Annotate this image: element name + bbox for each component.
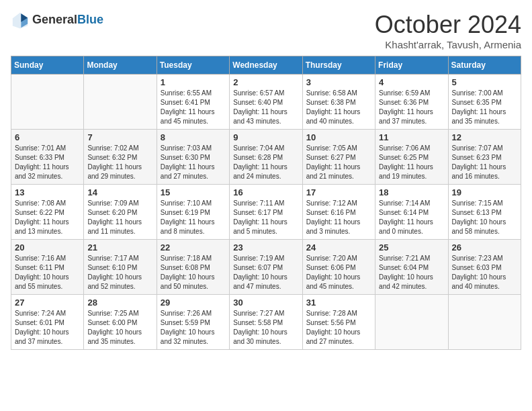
calendar-cell: 21Sunrise: 7:17 AMSunset: 6:10 PMDayligh… [84,240,157,295]
day-info: Sunrise: 7:12 AMSunset: 6:16 PMDaylight:… [306,199,371,236]
day-number: 15 [161,187,226,197]
day-info: Sunrise: 7:19 AMSunset: 6:07 PMDaylight:… [233,254,298,291]
calendar-cell: 12Sunrise: 7:07 AMSunset: 6:23 PMDayligh… [448,130,521,185]
calendar-week-2: 6Sunrise: 7:01 AMSunset: 6:33 PMDaylight… [11,130,521,185]
calendar-cell: 31Sunrise: 7:28 AMSunset: 5:56 PMDayligh… [302,295,375,350]
calendar-table: Sunday Monday Tuesday Wednesday Thursday… [11,56,521,350]
col-monday: Monday [84,56,157,75]
day-info: Sunrise: 7:16 AMSunset: 6:11 PMDaylight:… [15,254,80,291]
day-number: 18 [379,187,444,197]
calendar-cell: 24Sunrise: 7:20 AMSunset: 6:06 PMDayligh… [302,240,375,295]
day-info: Sunrise: 7:25 AMSunset: 6:00 PMDaylight:… [87,309,152,347]
calendar-cell: 19Sunrise: 7:15 AMSunset: 6:13 PMDayligh… [448,185,521,240]
day-info: Sunrise: 7:24 AMSunset: 6:01 PMDaylight:… [15,309,80,347]
calendar-cell: 27Sunrise: 7:24 AMSunset: 6:01 PMDayligh… [11,295,84,350]
day-info: Sunrise: 7:02 AMSunset: 6:32 PMDaylight:… [87,144,152,181]
day-info: Sunrise: 6:55 AMSunset: 6:41 PMDaylight:… [161,89,226,126]
calendar-week-5: 27Sunrise: 7:24 AMSunset: 6:01 PMDayligh… [11,295,521,350]
calendar-week-3: 13Sunrise: 7:08 AMSunset: 6:22 PMDayligh… [11,185,521,240]
logo-icon [11,11,30,30]
month-title: October 2024 [375,11,521,39]
calendar-cell: 20Sunrise: 7:16 AMSunset: 6:11 PMDayligh… [11,240,84,295]
logo-text: GeneralBlue [32,13,103,27]
calendar-cell [375,295,448,350]
day-info: Sunrise: 7:00 AMSunset: 6:35 PMDaylight:… [452,89,517,126]
day-number: 5 [452,77,517,87]
calendar-body: 1Sunrise: 6:55 AMSunset: 6:41 PMDaylight… [11,75,521,350]
day-number: 27 [15,298,80,308]
title-block: October 2024 Khasht'arrak, Tavush, Armen… [375,11,521,50]
col-saturday: Saturday [448,56,521,75]
day-number: 20 [15,242,80,253]
day-number: 25 [379,242,444,253]
day-info: Sunrise: 7:04 AMSunset: 6:28 PMDaylight:… [233,144,298,181]
calendar-cell: 28Sunrise: 7:25 AMSunset: 6:00 PMDayligh… [84,295,157,350]
day-number: 24 [306,242,371,253]
calendar-cell: 11Sunrise: 7:06 AMSunset: 6:25 PMDayligh… [375,130,448,185]
day-info: Sunrise: 6:58 AMSunset: 6:38 PMDaylight:… [306,89,371,126]
calendar-cell: 5Sunrise: 7:00 AMSunset: 6:35 PMDaylight… [448,75,521,130]
day-info: Sunrise: 7:01 AMSunset: 6:33 PMDaylight:… [15,144,80,181]
day-number: 4 [379,77,444,87]
day-number: 21 [87,242,152,253]
calendar-cell: 29Sunrise: 7:26 AMSunset: 5:59 PMDayligh… [157,295,229,350]
day-number: 10 [306,132,371,142]
day-info: Sunrise: 7:11 AMSunset: 6:17 PMDaylight:… [233,199,298,236]
day-number: 13 [15,187,80,197]
day-number: 22 [161,242,226,253]
day-number: 8 [161,132,226,142]
logo: GeneralBlue [11,11,103,30]
day-number: 23 [233,242,298,253]
day-info: Sunrise: 7:07 AMSunset: 6:23 PMDaylight:… [452,144,517,181]
day-info: Sunrise: 7:09 AMSunset: 6:20 PMDaylight:… [87,199,152,236]
calendar-cell: 8Sunrise: 7:03 AMSunset: 6:30 PMDaylight… [157,130,229,185]
day-number: 2 [233,77,298,87]
day-info: Sunrise: 7:03 AMSunset: 6:30 PMDaylight:… [161,144,226,181]
calendar-cell: 13Sunrise: 7:08 AMSunset: 6:22 PMDayligh… [11,185,84,240]
calendar-header: Sunday Monday Tuesday Wednesday Thursday… [11,56,521,75]
day-number: 31 [306,298,371,308]
day-info: Sunrise: 7:05 AMSunset: 6:27 PMDaylight:… [306,144,371,181]
calendar-cell: 1Sunrise: 6:55 AMSunset: 6:41 PMDaylight… [157,75,229,130]
col-friday: Friday [375,56,448,75]
calendar-cell: 4Sunrise: 6:59 AMSunset: 6:36 PMDaylight… [375,75,448,130]
calendar-cell: 23Sunrise: 7:19 AMSunset: 6:07 PMDayligh… [230,240,302,295]
calendar-cell: 30Sunrise: 7:27 AMSunset: 5:58 PMDayligh… [230,295,302,350]
day-number: 1 [161,77,226,87]
calendar-cell: 26Sunrise: 7:23 AMSunset: 6:03 PMDayligh… [448,240,521,295]
day-info: Sunrise: 7:20 AMSunset: 6:06 PMDaylight:… [306,254,371,291]
calendar-cell: 2Sunrise: 6:57 AMSunset: 6:40 PMDaylight… [230,75,302,130]
page-header: GeneralBlue October 2024 Khasht'arrak, T… [11,11,521,50]
day-info: Sunrise: 7:14 AMSunset: 6:14 PMDaylight:… [379,199,444,236]
day-number: 9 [233,132,298,142]
calendar-cell: 18Sunrise: 7:14 AMSunset: 6:14 PMDayligh… [375,185,448,240]
day-info: Sunrise: 7:28 AMSunset: 5:56 PMDaylight:… [306,309,371,347]
col-sunday: Sunday [11,56,84,75]
calendar-cell [84,75,157,130]
day-number: 7 [87,132,152,142]
header-row: Sunday Monday Tuesday Wednesday Thursday… [11,56,521,75]
day-info: Sunrise: 7:21 AMSunset: 6:04 PMDaylight:… [379,254,444,291]
day-info: Sunrise: 7:10 AMSunset: 6:19 PMDaylight:… [161,199,226,236]
day-number: 12 [452,132,517,142]
col-thursday: Thursday [302,56,375,75]
day-number: 30 [233,298,298,308]
day-number: 28 [87,298,152,308]
day-info: Sunrise: 7:08 AMSunset: 6:22 PMDaylight:… [15,199,80,236]
calendar-cell: 6Sunrise: 7:01 AMSunset: 6:33 PMDaylight… [11,130,84,185]
day-number: 19 [452,187,517,197]
calendar-cell: 25Sunrise: 7:21 AMSunset: 6:04 PMDayligh… [375,240,448,295]
day-info: Sunrise: 7:17 AMSunset: 6:10 PMDaylight:… [87,254,152,291]
day-number: 16 [233,187,298,197]
calendar-cell: 15Sunrise: 7:10 AMSunset: 6:19 PMDayligh… [157,185,229,240]
calendar-cell [11,75,84,130]
day-number: 26 [452,242,517,253]
day-info: Sunrise: 7:23 AMSunset: 6:03 PMDaylight:… [452,254,517,291]
day-number: 11 [379,132,444,142]
location-subtitle: Khasht'arrak, Tavush, Armenia [375,39,521,50]
day-info: Sunrise: 6:59 AMSunset: 6:36 PMDaylight:… [379,89,444,126]
calendar-week-4: 20Sunrise: 7:16 AMSunset: 6:11 PMDayligh… [11,240,521,295]
calendar-cell [448,295,521,350]
calendar-cell: 22Sunrise: 7:18 AMSunset: 6:08 PMDayligh… [157,240,229,295]
calendar-cell: 14Sunrise: 7:09 AMSunset: 6:20 PMDayligh… [84,185,157,240]
